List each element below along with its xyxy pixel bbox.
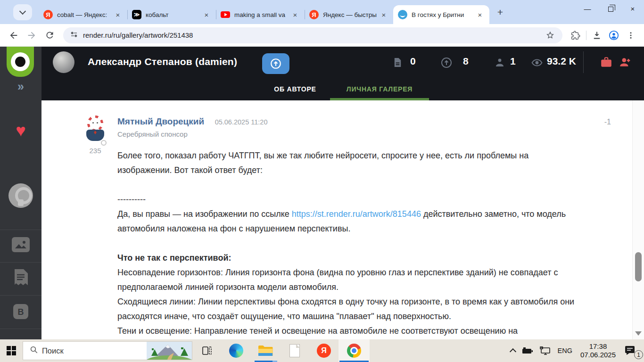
tray-date: 07.06.2025 — [580, 351, 616, 359]
profile-icon[interactable] — [605, 27, 622, 44]
cobalt-favicon-icon: ≫ — [132, 10, 141, 19]
author-name: Александр Степанов (damien) — [88, 56, 237, 67]
render-ru-logo-icon[interactable] — [7, 47, 34, 77]
site-info-icon[interactable] — [70, 30, 78, 41]
browser-tab-2[interactable]: ≫ кобальт × — [127, 5, 216, 24]
browser-tab-4[interactable]: Я Яндекс — быстры × — [305, 5, 393, 24]
download-icon[interactable] — [588, 27, 605, 44]
minimize-button[interactable]: — — [576, 0, 599, 17]
browser-tabstrip: Я cobalt — Яндекс: × ≫ кобальт × making … — [0, 0, 644, 24]
youtube-favicon-icon — [221, 10, 230, 19]
restore-icon — [608, 7, 613, 12]
peppermint-avatar-head — [87, 115, 103, 132]
tray-time: 17:38 — [580, 342, 616, 351]
clock[interactable]: 17:38 07.06.2025 — [576, 342, 620, 359]
views-count: 93.2 K — [547, 56, 583, 67]
task-view-button[interactable] — [192, 339, 222, 362]
browser-tab-3[interactable]: making a small va × — [216, 5, 305, 24]
sidebar-expand-icon[interactable]: » — [0, 80, 41, 93]
language-indicator[interactable]: ENG — [554, 339, 576, 362]
close-window-button[interactable]: × — [621, 0, 644, 17]
comment-body-block: Мятный Дворецкий 05.06.2025 11:20 Серебр… — [117, 116, 617, 338]
browser-tab-5-active[interactable]: В гостях у Бритни × — [393, 5, 489, 24]
commenter-status: Серебряный спонсор — [117, 130, 617, 138]
receipt-document-icon[interactable] — [0, 269, 41, 289]
network-icon[interactable] — [537, 339, 554, 362]
paragraph-text: Да, вы правы — на изображении по ссылке — [117, 209, 292, 219]
webcam-avatar-icon[interactable] — [8, 183, 33, 208]
browser-tab-1[interactable]: Я cobalt — Яндекс: × — [39, 5, 127, 24]
commenter-name[interactable]: Мятный Дворецкий — [117, 116, 204, 126]
screen: Я cobalt — Яндекс: × ≫ кобальт × making … — [0, 0, 644, 362]
toolbar-divider — [586, 31, 586, 40]
bookmark-star-icon[interactable] — [542, 27, 559, 44]
tab-close-button[interactable]: × — [290, 11, 300, 19]
comment-divider-line: ---------- — [117, 192, 579, 207]
page-viewport: » ♥ B Александр Степанов (damien) 0 8 1 … — [0, 47, 644, 339]
author-avatar[interactable] — [53, 51, 74, 73]
file-explorer-button[interactable] — [251, 339, 280, 362]
tab-title: кобальт — [146, 11, 202, 18]
comment-text: Более того, показал работу ЧАТГПТ, вы же… — [117, 148, 579, 338]
portfolio-briefcase-icon[interactable] — [600, 56, 613, 70]
add-friend-icon[interactable] — [619, 56, 632, 70]
tab-close-button[interactable]: × — [113, 11, 123, 19]
commenter-karma: 235 — [83, 147, 107, 155]
gallery-image-icon[interactable] — [0, 237, 41, 254]
search-icon — [30, 346, 38, 356]
notification-center-button[interactable]: 1 — [622, 339, 637, 362]
rating-count: 8 — [463, 56, 469, 67]
start-button[interactable] — [0, 339, 23, 362]
tab-close-button[interactable]: × — [475, 11, 485, 19]
commenter-avatar[interactable] — [83, 115, 107, 144]
upload-button[interactable] — [262, 53, 289, 74]
chrome-browser-button[interactable] — [339, 339, 370, 362]
window-controls: — × — [576, 0, 644, 17]
new-tab-button[interactable]: + — [493, 5, 507, 19]
url-text[interactable]: render.ru/ru/gallery/artwork/251438 — [83, 31, 542, 39]
restore-button[interactable] — [599, 0, 621, 17]
sidebar-divider — [0, 262, 41, 263]
upload-circle-icon — [270, 58, 282, 70]
tab-personal-gallery[interactable]: ЛИЧНАЯ ГАЛЕРЕЯ — [330, 85, 429, 93]
extensions-icon[interactable] — [567, 27, 584, 44]
rating-icon — [441, 57, 452, 70]
edge-icon — [229, 344, 243, 358]
tab-about-author[interactable]: ОБ АВТОРЕ — [253, 85, 338, 93]
logo-ring — [11, 52, 30, 71]
scrollbar-down-arrow-icon[interactable] — [635, 331, 642, 336]
scrollbar-thumb[interactable] — [635, 252, 642, 281]
notification-count-badge: 1 — [634, 350, 643, 359]
favorites-heart-icon[interactable]: ♥ — [0, 122, 41, 139]
address-bar[interactable]: render.ru/ru/gallery/artwork/251438 — [63, 27, 562, 43]
logo-dot — [15, 57, 25, 67]
back-button[interactable] — [5, 26, 23, 44]
tab-search-button[interactable] — [13, 4, 32, 20]
artwork-link[interactable]: https://st.render.ru/artwork/815446 — [292, 209, 421, 219]
edge-browser-button[interactable] — [222, 339, 251, 362]
tab-title: В гостях у Бритни — [412, 11, 475, 18]
tab-title: cobalt — Яндекс: — [57, 11, 113, 18]
tab-close-button[interactable]: × — [202, 11, 211, 19]
tab-close-button[interactable]: × — [379, 11, 388, 19]
search-highlight-image[interactable] — [147, 342, 192, 360]
yandex-favicon-icon: Я — [43, 10, 53, 19]
taskbar-search[interactable]: Поиск — [23, 341, 192, 360]
blog-icon[interactable]: B — [0, 304, 41, 321]
author-header: Александр Степанов (damien) 0 8 1 93.2 K… — [41, 47, 644, 100]
battery-icon[interactable] — [519, 339, 537, 362]
reload-button[interactable] — [41, 26, 58, 44]
tab-title: Яндекс — быстры — [323, 11, 379, 18]
page-scrollbar[interactable] — [632, 100, 644, 339]
tray-expand-chevron[interactable] — [507, 339, 519, 362]
document-app-button[interactable] — [280, 339, 309, 362]
tab-title: making a small va — [234, 11, 290, 18]
menu-dots-icon[interactable] — [622, 27, 639, 44]
document-icon — [289, 344, 300, 357]
chevron-up-icon — [509, 348, 516, 355]
yandex-browser-icon: Я — [317, 344, 331, 358]
forward-button[interactable] — [23, 26, 41, 44]
site-favicon-icon — [398, 10, 407, 19]
yandex-browser-button[interactable]: Я — [309, 339, 339, 362]
sidebar-divider — [0, 329, 41, 329]
